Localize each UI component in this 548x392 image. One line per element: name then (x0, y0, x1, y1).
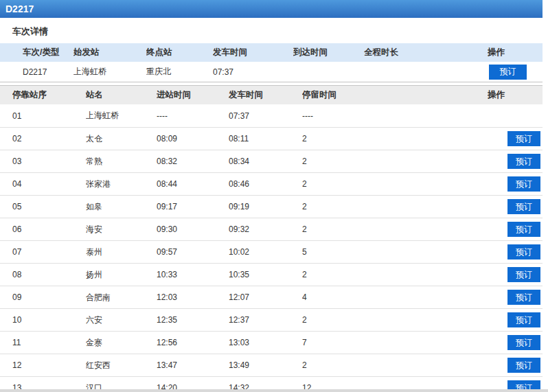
stop-duration: 2 (302, 360, 488, 370)
book-button[interactable]: 预订 (507, 176, 540, 192)
train-terminus: 重庆北 (146, 66, 213, 78)
stop-seq: 06 (12, 224, 86, 234)
stop-action-cell: 预订 (488, 267, 543, 282)
header-action: 操作 (488, 47, 543, 58)
stop-arrive-time: 08:44 (157, 179, 229, 189)
stop-arrive-time: ---- (157, 111, 229, 121)
stop-station: 扬州 (86, 269, 157, 281)
book-button[interactable]: 预订 (507, 335, 540, 350)
stop-station: 上海虹桥 (86, 110, 157, 122)
stop-arrive-time: 09:30 (157, 224, 229, 234)
table-row: 02 太仓 08:09 08:11 2 预订 (0, 127, 543, 150)
train-table-header: 车次/类型 始发站 终点站 发车时间 到达时间 全程时长 操作 (0, 43, 543, 62)
stop-arrive-time: 12:56 (157, 338, 229, 347)
train-code-title: D2217 (5, 3, 34, 14)
table-row: 03 常熟 08:32 08:34 2 预订 (0, 150, 543, 172)
stop-duration: 4 (302, 292, 488, 302)
book-button[interactable]: 预订 (507, 358, 540, 373)
table-row: 09 合肥南 12:03 12:07 4 预订 (0, 286, 543, 308)
stop-depart-time: 12:07 (229, 292, 302, 302)
book-button[interactable]: 预订 (507, 199, 540, 214)
stop-depart-time: 12:37 (229, 315, 302, 325)
header-depart-time: 发车时间 (229, 89, 302, 101)
header-stop-action: 操作 (488, 89, 543, 101)
stop-depart-time: 09:32 (229, 224, 302, 234)
train-summary-row: D2217 上海虹桥 重庆北 07:37 预订 (0, 62, 543, 82)
header-station-name: 站名 (86, 89, 157, 101)
stop-depart-time: 09:19 (229, 202, 302, 211)
book-button[interactable]: 预订 (507, 290, 540, 305)
stop-action-cell: 预订 (488, 244, 543, 260)
stop-duration: 2 (302, 270, 488, 279)
stop-station: 合肥南 (86, 292, 157, 303)
stop-duration: 2 (302, 179, 488, 189)
book-button[interactable]: 预订 (507, 222, 540, 237)
stop-station: 如皋 (86, 201, 157, 213)
stop-station: 常熟 (86, 156, 157, 168)
stop-depart-time: 10:02 (229, 247, 302, 257)
stop-arrive-time: 09:17 (157, 202, 229, 211)
stop-station: 海安 (86, 224, 157, 235)
stop-station: 太仓 (86, 133, 157, 145)
book-button[interactable]: 预订 (507, 244, 540, 260)
header-duration: 全程时长 (364, 47, 488, 58)
book-button[interactable]: 预订 (507, 154, 540, 169)
stop-arrive-time: 13:47 (157, 360, 229, 370)
train-title-bar: D2217 (0, 0, 543, 18)
header-stop-seq: 停靠站序 (12, 89, 86, 101)
stop-action-cell: 预订 (488, 335, 543, 350)
stop-duration: 7 (302, 338, 488, 347)
stop-action-cell: 预订 (488, 154, 543, 169)
header-arrive-time: 进站时间 (157, 89, 229, 101)
stop-station: 张家港 (86, 178, 157, 190)
table-row: 12 红安西 13:47 13:49 2 预订 (0, 354, 543, 376)
stop-duration: 2 (302, 202, 488, 211)
stop-seq: 07 (12, 247, 86, 257)
header-departure: 发车时间 (213, 47, 293, 58)
stop-arrive-time: 12:35 (157, 315, 229, 325)
stop-depart-time: 10:35 (229, 270, 302, 279)
stop-seq: 12 (12, 360, 86, 370)
stop-depart-time: 08:11 (229, 134, 302, 143)
stop-duration: 2 (302, 134, 488, 143)
stop-seq: 03 (12, 157, 86, 166)
stop-duration: 2 (302, 224, 488, 234)
header-arrival: 到达时间 (293, 47, 364, 58)
stop-action-cell (488, 108, 543, 124)
stop-depart-time: 13:03 (229, 338, 302, 347)
table-row: 11 金寨 12:56 13:03 7 预订 (0, 331, 543, 354)
stop-arrive-time: 10:33 (157, 270, 229, 279)
stop-seq: 05 (12, 202, 86, 211)
stop-arrive-time: 09:57 (157, 247, 229, 257)
stop-seq: 10 (12, 315, 86, 325)
book-button[interactable]: 预订 (489, 65, 527, 80)
stop-action-cell: 预订 (488, 312, 543, 327)
stop-station: 六安 (86, 314, 157, 326)
train-code: D2217 (23, 67, 73, 77)
book-button[interactable]: 预订 (507, 131, 540, 146)
header-terminus: 终点站 (146, 47, 213, 58)
stop-arrive-time: 12:03 (157, 292, 229, 302)
stop-depart-time: 07:37 (229, 111, 302, 121)
stop-arrive-time: 08:32 (157, 157, 229, 166)
stop-duration: 2 (302, 157, 488, 166)
stop-seq: 04 (12, 179, 86, 189)
bottom-cutoff-band (0, 389, 548, 392)
stop-duration: 2 (302, 315, 488, 325)
train-departure: 07:37 (213, 67, 293, 77)
stops-table-header: 停靠站序 站名 进站时间 发车时间 停留时间 操作 (0, 85, 543, 104)
header-code-type: 车次/类型 (23, 47, 73, 58)
stop-depart-time: 13:49 (229, 360, 302, 370)
stop-duration: 5 (302, 247, 488, 257)
book-button[interactable]: 预订 (507, 267, 540, 282)
stop-station: 金寨 (86, 337, 157, 349)
stop-seq: 01 (12, 111, 86, 121)
stop-seq: 08 (12, 270, 86, 279)
header-origin: 始发站 (73, 47, 146, 58)
stops-table-body: 01 上海虹桥 ---- 07:37 ---- 02 太仓 08:09 08:1… (0, 104, 543, 392)
stop-action-cell: 预订 (488, 131, 543, 146)
stop-station: 红安西 (86, 360, 157, 371)
table-row: 06 海安 09:30 09:32 2 预订 (0, 218, 543, 240)
stop-depart-time: 08:34 (229, 157, 302, 166)
book-button[interactable]: 预订 (507, 312, 540, 327)
